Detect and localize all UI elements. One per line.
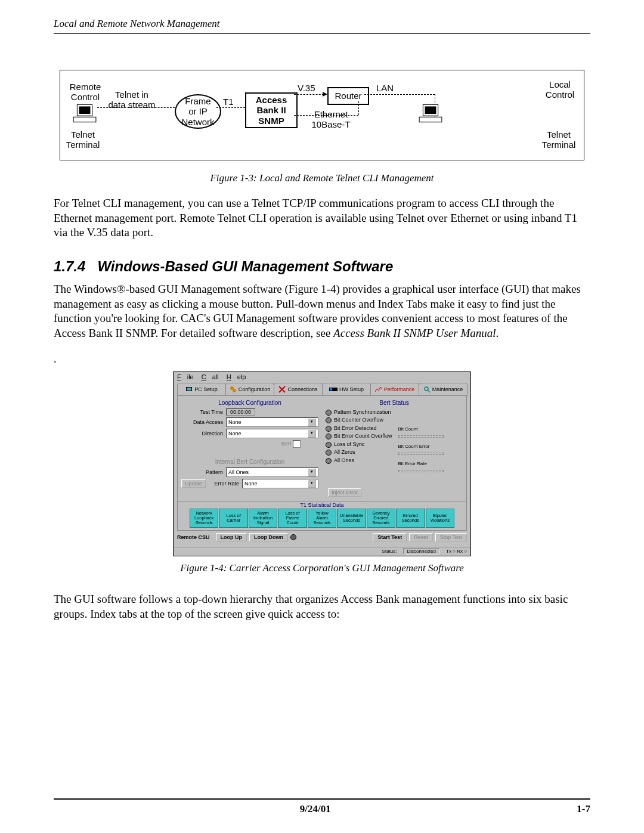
update-button[interactable]: Update <box>181 479 206 488</box>
inject-error-button[interactable]: Inject Error <box>328 488 361 497</box>
bert-checkbox[interactable] <box>293 440 301 448</box>
error-rate-select[interactable]: None▾ <box>242 479 318 488</box>
data-access-label: Data Access <box>181 419 226 425</box>
t1-cell[interactable]: Network Loopback Seconds <box>190 509 218 528</box>
led-icon <box>326 417 332 423</box>
paragraph-cli: For Telnet CLI management, you can use a… <box>54 196 590 240</box>
pattern-select[interactable]: All Ones▾ <box>226 467 318 477</box>
page-header: Local and Remote Network Management <box>54 18 590 34</box>
network-diagram: Remote Control Telnet Terminal Telnet in… <box>60 70 584 160</box>
error-rate-label: Error Rate <box>208 481 242 487</box>
section-title: Windows-Based GUI Management Software <box>97 258 393 274</box>
stop-test-button[interactable]: Stop Test <box>435 533 467 541</box>
maintenance-panel: Loopback Configuration Test Time 00:00:0… <box>177 396 467 531</box>
section-heading: 1.7.4 Windows-Based GUI Management Softw… <box>54 258 590 275</box>
test-time-label: Test Time <box>181 409 226 415</box>
bert-status-list: Pattern Synchronization Bit Counter Over… <box>326 408 392 478</box>
menu-call[interactable]: Call <box>202 373 219 380</box>
led-icon <box>326 426 332 432</box>
pattern-label: Pattern <box>181 469 226 475</box>
led-icon <box>326 450 332 456</box>
t1-cell[interactable]: Severely Errored Seconds <box>367 509 395 528</box>
internal-bert-config-title: Internal Bert Configuration <box>181 459 318 465</box>
t1-cell[interactable]: Errored Seconds <box>396 509 425 528</box>
svg-rect-4 <box>425 106 436 114</box>
tab-strip: PC Setup Configuration Connections HW Se… <box>174 382 470 396</box>
svg-line-15 <box>428 390 430 392</box>
remote-csu-label: Remote CSU <box>177 534 210 540</box>
tab-maintenance[interactable]: Maintenance <box>419 383 467 396</box>
page-footer: 9/24/01 1-7 <box>54 798 590 815</box>
led-icon <box>326 433 332 439</box>
chevron-down-icon[interactable]: ▾ <box>308 418 316 426</box>
telnet-stream-label: Telnet in data stream <box>105 90 159 110</box>
bit-error-rate-value <box>398 470 444 472</box>
bit-count-error-label: Bit Count Error <box>398 444 463 449</box>
footer-date: 9/24/01 <box>300 803 331 815</box>
figure-1-3-caption: Figure 1-3: Local and Remote Telnet CLI … <box>54 172 590 184</box>
start-test-button[interactable]: Start Test <box>373 533 407 541</box>
status-label: Status: <box>382 549 397 554</box>
svg-rect-2 <box>73 117 96 122</box>
tab-connections[interactable]: Connections <box>274 383 323 396</box>
loopback-config-title: Loopback Configuration <box>181 400 318 406</box>
telnet-terminal-left-label: Telnet Terminal <box>65 130 101 150</box>
svg-rect-1 <box>79 106 91 114</box>
stray-period: . <box>54 353 590 366</box>
lan-label: LAN <box>376 83 394 94</box>
menu-help[interactable]: Help <box>227 373 246 380</box>
menu-bar[interactable]: FFileile Call Help <box>174 372 470 382</box>
led-icon <box>326 458 332 464</box>
svg-rect-7 <box>187 388 191 391</box>
svg-rect-13 <box>330 388 332 391</box>
tab-pc-setup[interactable]: PC Setup <box>177 383 226 396</box>
tab-hw-setup[interactable]: HW Setup <box>322 383 371 396</box>
router-node: Router <box>327 87 369 105</box>
telnet-terminal-right-label: Telnet Terminal <box>541 130 577 150</box>
bert-checkbox-label: Bert <box>281 441 292 447</box>
v35-label: V.35 <box>298 83 315 94</box>
chevron-down-icon[interactable]: ▾ <box>308 479 316 488</box>
ethernet-label: Ethernet 10Base-T <box>307 110 355 129</box>
t1-cell[interactable]: Bipolar Violations <box>426 509 454 528</box>
t1-cell[interactable]: Loss of Carrier <box>219 509 247 528</box>
bottom-button-bar: Remote CSU Loop Up Loop Down Start Test … <box>174 531 470 544</box>
frame-ip-node: Frame or IP Network <box>175 94 221 129</box>
reset-button[interactable]: Reset <box>409 533 433 541</box>
txrx-indicator: Tx ○ Rx ○ <box>446 549 467 554</box>
svg-rect-5 <box>419 117 442 122</box>
test-time-value: 00:00:00 <box>226 408 255 416</box>
direction-select[interactable]: None▾ <box>226 429 318 438</box>
menu-file[interactable]: FFileile <box>177 373 194 380</box>
t1-cell[interactable]: Loss of Frame Count <box>278 509 306 528</box>
footer-page-number: 1-7 <box>577 803 590 815</box>
t1-cell[interactable]: Alarm Indication Signal <box>249 509 277 528</box>
telnet-terminal-icon <box>72 103 97 123</box>
local-control-label: Local Control <box>543 80 577 100</box>
status-value: Disconnected <box>403 548 440 555</box>
access-bank-node: Access Bank II SNMP <box>245 92 298 128</box>
loop-up-button[interactable]: Loop Up <box>216 533 247 541</box>
led-icon <box>326 410 332 416</box>
tab-performance[interactable]: Performance <box>370 383 419 396</box>
loop-down-button[interactable]: Loop Down <box>249 533 288 541</box>
bit-count-error-value <box>398 453 444 455</box>
svg-point-9 <box>233 389 236 392</box>
figure-1-4-caption: Figure 1-4: Carrier Access Corporation's… <box>54 562 590 574</box>
t1-label: T1 <box>223 97 234 107</box>
tab-configuration[interactable]: Configuration <box>225 383 274 396</box>
t1-stats-title: T1 Statistical Data <box>178 501 466 509</box>
gui-screenshot: FFileile Call Help PC Setup Configuratio… <box>173 371 471 556</box>
t1-cell[interactable]: Unavailable Seconds <box>337 509 366 528</box>
led-icon <box>290 534 296 540</box>
led-icon <box>326 442 332 448</box>
t1-cell[interactable]: Yellow Alarm Seconds <box>308 509 336 528</box>
remote-control-label: Remote Control <box>67 82 103 102</box>
chevron-down-icon[interactable]: ▾ <box>308 468 316 476</box>
telnet-terminal-icon-right <box>418 103 443 123</box>
bit-count-value <box>398 435 444 438</box>
data-access-select[interactable]: None▾ <box>226 417 318 427</box>
chevron-down-icon[interactable]: ▾ <box>308 429 316 438</box>
status-bar: Status: Disconnected Tx ○ Rx ○ <box>174 547 470 556</box>
bert-status-title: Bert Status <box>326 400 463 406</box>
